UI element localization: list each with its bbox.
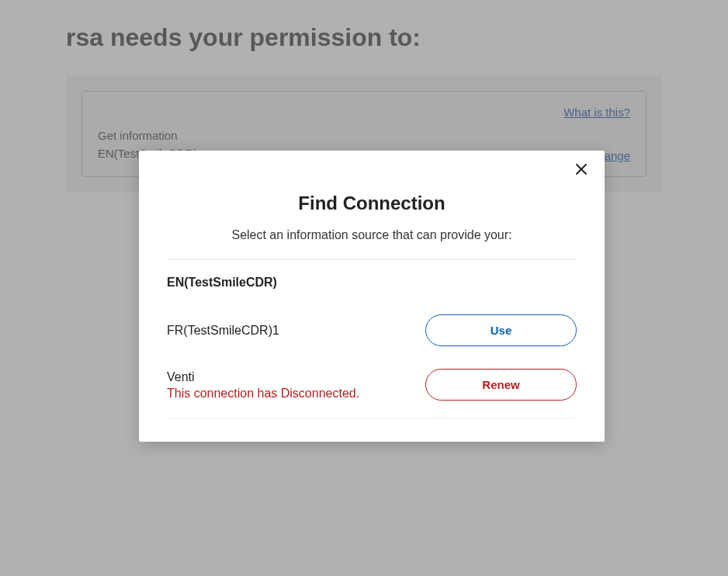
connection-error: This connection has Disconnected. bbox=[167, 387, 359, 401]
find-connection-modal: Find Connection Select an information so… bbox=[139, 151, 605, 442]
connection-row: FR(TestSmileCDR)1 Use bbox=[167, 307, 577, 360]
renew-button[interactable]: Renew bbox=[425, 369, 577, 401]
close-icon bbox=[574, 162, 588, 179]
connection-name: Venti bbox=[167, 368, 359, 387]
close-button[interactable] bbox=[572, 161, 591, 180]
connection-name: FR(TestSmileCDR)1 bbox=[167, 321, 279, 340]
modal-subtitle: Select an information source that can pr… bbox=[167, 228, 577, 242]
use-button[interactable]: Use bbox=[425, 314, 577, 346]
group-heading: EN(TestSmileCDR) bbox=[167, 276, 577, 290]
modal-title: Find Connection bbox=[167, 193, 577, 214]
connection-row: Venti This connection has Disconnected. … bbox=[167, 360, 577, 418]
divider bbox=[167, 259, 577, 260]
